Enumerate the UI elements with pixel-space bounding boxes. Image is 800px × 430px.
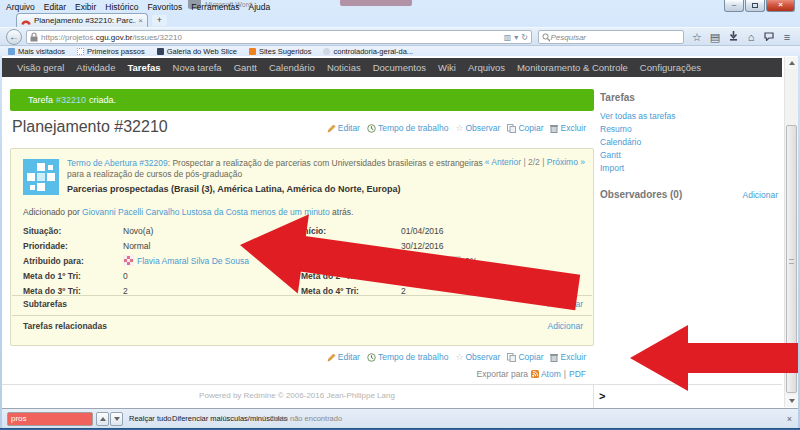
next-issue-link[interactable]: Próximo » xyxy=(547,157,585,167)
author-link[interactable]: Giovanni Pacelli Carvalho Lustosa da Cos… xyxy=(82,207,248,217)
sidebar-title: Tarefas xyxy=(600,92,778,103)
status-value: Novo(a) xyxy=(123,226,301,236)
find-next-button[interactable] xyxy=(110,412,123,426)
browser-tab[interactable]: Planejamento #32210: Parc... × xyxy=(16,13,148,27)
log-time-link[interactable]: Tempo de trabalho xyxy=(367,352,448,362)
nav-documentos[interactable]: Documentos xyxy=(373,62,426,73)
scrollbar-down-button[interactable] xyxy=(785,395,798,407)
tab-close-icon[interactable]: × xyxy=(138,16,143,25)
nav-noticias[interactable]: Noticias xyxy=(327,62,361,73)
add-subtask-link[interactable]: Adicionar xyxy=(548,299,583,309)
search-input[interactable] xyxy=(550,33,680,42)
nav-nova-tarefa[interactable]: Nova tarefa xyxy=(173,62,222,73)
time-ago-link[interactable]: menos de um minuto xyxy=(250,207,329,217)
bookmarks-panel-icon[interactable]: ▤ xyxy=(706,29,724,46)
bookmark-sites-sugeridos[interactable]: Sites Sugeridos xyxy=(249,47,312,56)
downloads-icon[interactable] xyxy=(724,29,742,46)
progress-bar xyxy=(401,256,461,265)
nav-visao-geral[interactable]: Visão geral xyxy=(17,62,64,73)
page-scrollbar[interactable] xyxy=(784,57,798,407)
scrollbar-thumb[interactable] xyxy=(786,125,797,393)
flash-issue-link[interactable]: #32210 xyxy=(56,95,86,105)
search-bar[interactable] xyxy=(538,30,684,44)
add-related-link[interactable]: Adicionar xyxy=(548,321,583,331)
menu-historico[interactable]: Histórico xyxy=(105,2,138,12)
bookmark-mais-visitados[interactable]: Mais visitados xyxy=(8,47,65,56)
done-ratio-value: 0% xyxy=(401,256,583,266)
priority-value: Normal xyxy=(123,241,301,251)
bookmark-controladoria[interactable]: controladoria-geral-da... xyxy=(323,47,413,56)
watch-link[interactable]: ☆Observar xyxy=(455,123,500,133)
sidebar-link-gantt[interactable]: Gantt xyxy=(600,149,778,162)
find-previous-button[interactable] xyxy=(96,412,109,426)
nav-arquivos[interactable]: Arquivos xyxy=(468,62,505,73)
nav-gantt[interactable]: Gantt xyxy=(234,62,257,73)
scrollbar-up-button[interactable] xyxy=(785,57,798,69)
reader-mode-icon[interactable]: ▥ xyxy=(504,33,512,42)
atom-link[interactable]: Atom xyxy=(531,369,561,379)
menu-exibir[interactable]: Exibir xyxy=(75,2,96,12)
assignee-label: Atribuido para: xyxy=(23,256,123,266)
hamburger-menu-icon[interactable]: ≡ xyxy=(778,29,796,46)
back-button[interactable]: ← xyxy=(6,29,22,45)
page-viewport: Visão geral Atividade Tarefas Nova taref… xyxy=(2,56,798,408)
bookmark-icon xyxy=(157,48,164,55)
clock-icon xyxy=(367,353,376,362)
bookmark-star-icon[interactable]: ☆ xyxy=(688,29,706,46)
bookmark-galeria-web-slice[interactable]: Galeria do Web Slice xyxy=(157,47,237,56)
copy-link[interactable]: Copiar xyxy=(507,352,543,362)
q2-label: Meta do 2º Tri: xyxy=(301,271,401,281)
delete-link[interactable]: Excluir xyxy=(550,352,586,362)
reload-icon[interactable]: ↻ xyxy=(521,33,528,42)
add-watcher-link[interactable]: Adicionar xyxy=(743,190,778,200)
home-icon[interactable]: ⌂ xyxy=(742,29,760,46)
page-title: Planejamento #32210 xyxy=(12,118,168,136)
highlight-all-button[interactable]: Realçar tudo xyxy=(129,414,172,423)
maximize-button[interactable] xyxy=(745,0,765,12)
pdf-link[interactable]: PDF xyxy=(569,369,586,379)
flash-notice: Tarefa#32210criada. xyxy=(10,89,594,111)
edit-link[interactable]: Editar xyxy=(327,123,360,133)
nav-tarefas[interactable]: Tarefas xyxy=(127,62,160,73)
sidebar-link-all-issues[interactable]: Ver todas as tarefas xyxy=(600,110,778,123)
close-window-button[interactable]: × xyxy=(766,0,795,12)
minimize-button[interactable]: – xyxy=(724,0,744,12)
nav-configuracoes[interactable]: Configurações xyxy=(640,62,701,73)
find-close-icon[interactable]: × xyxy=(787,414,792,424)
menu-editar[interactable]: Editar xyxy=(44,2,66,12)
nav-atividade[interactable]: Atividade xyxy=(76,62,115,73)
bookmark-icon xyxy=(77,48,84,55)
menu-ferramentas[interactable]: Ferramentas xyxy=(191,2,239,12)
tab-bar: Planejamento #32210: Parc... × + xyxy=(0,13,800,27)
sidebar-link-import[interactable]: Import xyxy=(600,162,778,175)
edit-link[interactable]: Editar xyxy=(327,352,360,362)
down-arrow-icon xyxy=(114,417,120,421)
log-time-link[interactable]: Tempo de trabalho xyxy=(367,123,448,133)
menu-favoritos[interactable]: Favoritos xyxy=(147,2,182,12)
new-tab-button[interactable]: + xyxy=(152,15,167,26)
menu-arquivo[interactable]: Arquivo xyxy=(6,2,35,12)
chat-icon[interactable] xyxy=(760,29,778,46)
sidebar-collapse-button[interactable]: > xyxy=(599,390,617,402)
down-arrow-icon xyxy=(789,399,795,403)
sidebar-collapse-gutter: > xyxy=(593,385,617,408)
watch-link[interactable]: ☆Observar xyxy=(455,352,500,362)
find-input[interactable] xyxy=(7,412,93,426)
nav-wiki[interactable]: Wiki xyxy=(438,62,456,73)
copy-link[interactable]: Copiar xyxy=(507,123,543,133)
search-icon xyxy=(542,33,550,42)
sidebar-link-calendar[interactable]: Calendário xyxy=(600,136,778,149)
url-dropdown-icon[interactable]: ▾ xyxy=(514,33,518,42)
nav-calendario[interactable]: Calendário xyxy=(269,62,315,73)
done-ratio-label: % Terminado: xyxy=(301,256,401,266)
bookmark-primeiros-passos[interactable]: Primeiros passos xyxy=(77,47,145,56)
lock-icon xyxy=(30,32,38,42)
url-bar[interactable]: https://projetos.cgu.gov.br/issues/32210… xyxy=(26,30,532,44)
nav-monitoramento[interactable]: Monitoramento & Controle xyxy=(517,62,628,73)
assignee-link[interactable]: Flavia Amaral Silva De Sousa xyxy=(137,256,249,266)
parent-issue-link[interactable]: Termo de Abertura #32209 xyxy=(67,158,168,168)
trash-icon xyxy=(550,353,558,362)
menu-ajuda[interactable]: Ajuda xyxy=(249,2,271,12)
delete-link[interactable]: Excluir xyxy=(550,123,586,133)
sidebar-link-summary[interactable]: Resumo xyxy=(600,123,778,136)
